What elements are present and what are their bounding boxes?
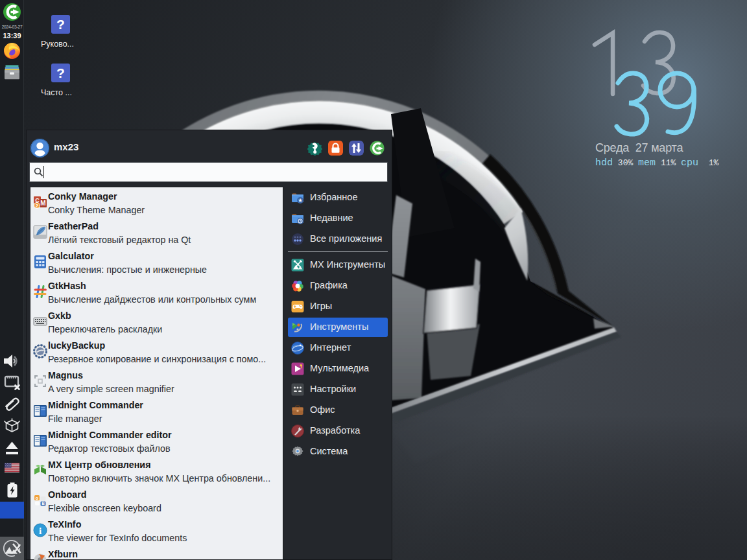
svg-text:B: B [42, 501, 45, 506]
svg-text:i: i [39, 526, 42, 536]
svg-text:M: M [40, 200, 45, 207]
svg-text:★: ★ [298, 197, 303, 204]
svg-text:2: 2 [36, 203, 39, 209]
svg-text:o: o [36, 496, 38, 500]
